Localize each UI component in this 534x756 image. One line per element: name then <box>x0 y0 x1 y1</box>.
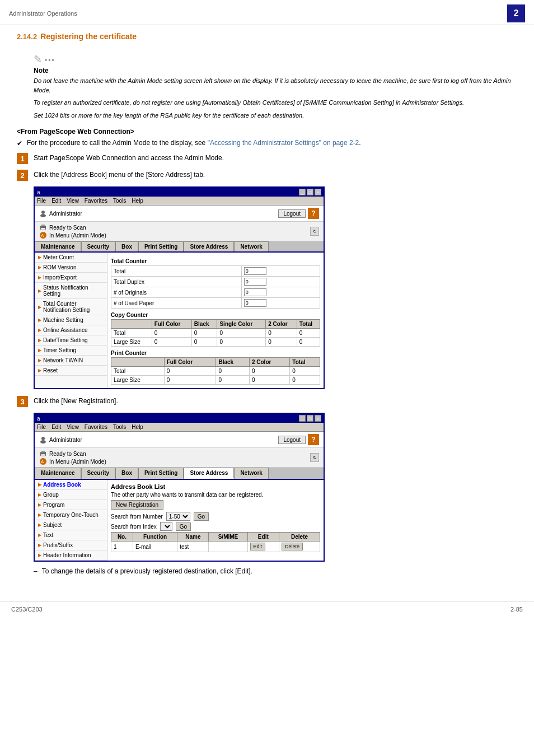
sidebar-item-timer[interactable]: ▶ Timer Setting <box>35 346 107 356</box>
sidebar-item-header-info[interactable]: ▶ Header Information <box>35 550 107 561</box>
menu-view-1[interactable]: View <box>67 198 79 204</box>
browser-menubar-1: File Edit View Favorites Tools Help <box>35 197 324 206</box>
table-cell: 0 <box>290 367 320 376</box>
table-cell <box>241 277 320 287</box>
admin-settings-link[interactable]: "Accessing the Administrator Settings" o… <box>208 139 359 147</box>
sidebar-item-machine-setting[interactable]: ▶ Machine Setting <box>35 315 107 325</box>
col-header-single-color: Single Color <box>217 320 266 329</box>
total-input[interactable] <box>244 267 266 275</box>
table-cell: 0 <box>164 376 216 385</box>
tab-security-1[interactable]: Security <box>81 241 115 251</box>
close-btn-2[interactable]: × <box>315 415 321 422</box>
table-cell: 0 <box>152 338 191 347</box>
search-range-select[interactable]: 1-50 <box>166 512 190 521</box>
used-paper-input[interactable] <box>244 299 266 307</box>
admin-label-1: Administrator <box>39 209 82 217</box>
close-btn-1[interactable]: × <box>315 189 321 195</box>
menu-help-1[interactable]: Help <box>132 198 143 204</box>
svg-point-8 <box>40 440 46 444</box>
nav-tabs-1: Maintenance Security Box Print Setting S… <box>35 241 324 253</box>
addr-delete-btn[interactable]: Delete <box>282 543 303 550</box>
menu-tools-1[interactable]: Tools <box>113 198 126 204</box>
step-3: 3 Click the [New Registration]. <box>17 396 517 407</box>
sidebar-item-import-export[interactable]: ▶ Import/Export <box>35 273 107 283</box>
sidebar-item-address-book[interactable]: ▶ Address Book <box>35 480 107 490</box>
svg-point-7 <box>41 437 45 440</box>
sidebar-item-temp-one-touch[interactable]: ▶ Temporary One-Touch <box>35 510 107 520</box>
search-index-go-btn[interactable]: Go <box>176 522 191 531</box>
tab-maintenance-1[interactable]: Maintenance <box>35 241 81 251</box>
sidebar-item-group[interactable]: ▶ Group <box>35 490 107 500</box>
search-number-go-btn[interactable]: Go <box>194 512 209 521</box>
refresh-icon-1[interactable]: ↻ <box>310 227 319 236</box>
menu-edit-1[interactable]: Edit <box>51 198 61 204</box>
originals-input[interactable] <box>244 288 266 296</box>
table-row: Total 0 0 0 0 <box>111 367 320 376</box>
sidebar-item-program[interactable]: ▶ Program <box>35 500 107 510</box>
sidebar-item-online-assistance[interactable]: ▶ Online Assistance <box>35 325 107 335</box>
table-row: Total <box>111 266 320 277</box>
logout-btn-2[interactable]: Logout <box>278 436 306 444</box>
sidebar-item-prefix-suffix[interactable]: ▶ Prefix/Suffix <box>35 540 107 550</box>
admin-mode-icon-1: A <box>39 231 47 239</box>
minimize-btn-1[interactable]: _ <box>299 189 306 195</box>
search-index-select[interactable] <box>160 522 172 531</box>
table-cell: Large Size <box>111 338 152 347</box>
maximize-btn-1[interactable]: □ <box>307 189 313 195</box>
tab-print-setting-1[interactable]: Print Setting <box>138 241 184 251</box>
maximize-btn-2[interactable]: □ <box>307 415 313 422</box>
tab-store-address-2[interactable]: Store Address <box>184 468 234 479</box>
refresh-icon-2[interactable]: ↻ <box>310 453 319 462</box>
new-registration-button[interactable]: New Registration <box>111 500 163 510</box>
menu-file-1[interactable]: File <box>37 198 46 204</box>
menu-view-2[interactable]: View <box>67 424 79 430</box>
note-title: Note <box>34 67 517 74</box>
svg-rect-4 <box>41 228 45 230</box>
menu-file-2[interactable]: File <box>37 424 46 430</box>
browser-titlebar-buttons-1: _ □ × <box>299 189 321 195</box>
menu-help-2[interactable]: Help <box>132 424 143 430</box>
tab-network-1[interactable]: Network <box>234 241 268 251</box>
menu-edit-2[interactable]: Edit <box>51 424 61 430</box>
tab-security-2[interactable]: Security <box>81 468 115 479</box>
sidebar-item-reset[interactable]: ▶ Reset <box>35 366 107 376</box>
menu-favorites-1[interactable]: Favorites <box>85 198 107 204</box>
address-book-subtitle: The other party who wants to transmit da… <box>111 492 320 498</box>
col-name: Name <box>177 533 209 542</box>
tab-box-1[interactable]: Box <box>115 241 138 251</box>
sidebar-item-rom-version[interactable]: ▶ ROM Version <box>35 263 107 273</box>
sidebar-item-meter-count[interactable]: ▶ Meter Count <box>35 253 107 263</box>
address-book-table: No. Function Name S/MIME Edit Delete 1 E… <box>111 532 320 552</box>
sidebar-item-network-twain[interactable]: ▶ Network TWAIN <box>35 356 107 366</box>
status-admin-1: A In Menu (Admin Mode) <box>39 231 106 239</box>
total-duplex-input[interactable] <box>244 278 266 286</box>
sidebar-item-total-counter[interactable]: ▶ Total Counter Notification Setting <box>35 299 107 315</box>
copy-counter-table: Full Color Black Single Color 2 Color To… <box>111 319 320 347</box>
minimize-btn-2[interactable]: _ <box>299 415 306 422</box>
col-edit: Edit <box>247 533 279 542</box>
sidebar-item-text[interactable]: ▶ Text <box>35 530 107 540</box>
menu-favorites-2[interactable]: Favorites <box>85 424 107 430</box>
table-cell: 0 <box>249 367 289 376</box>
tab-print-setting-2[interactable]: Print Setting <box>138 468 184 479</box>
help-icon-1: ? <box>308 208 319 219</box>
addr-edit-btn[interactable]: Edit <box>250 543 266 550</box>
sidebar-item-status-notification[interactable]: ▶ Status Notification Setting <box>35 283 107 299</box>
main-content: 2.14.2 Registering the certificate ✎ •••… <box>0 25 534 590</box>
print-counter-label: Print Counter <box>111 350 320 356</box>
checkmark-text: For the procedure to call the Admin Mode… <box>27 139 361 147</box>
tab-box-2[interactable]: Box <box>115 468 138 479</box>
menu-tools-2[interactable]: Tools <box>113 424 126 430</box>
sidebar-item-subject[interactable]: ▶ Subject <box>35 520 107 530</box>
table-cell: 0 <box>216 367 249 376</box>
tab-maintenance-2[interactable]: Maintenance <box>35 468 81 479</box>
tab-store-address-1[interactable]: Store Address <box>184 241 234 251</box>
table-cell: Large Size <box>111 376 165 385</box>
note-paragraph-2: To register an authorized certificate, d… <box>34 98 517 108</box>
search-index-label: Search from Index <box>111 524 157 530</box>
sidebar-item-date-time[interactable]: ▶ Date/Time Setting <box>35 335 107 346</box>
browser-titlebar-1: a _ □ × <box>35 188 324 197</box>
col-header-black: Black <box>216 358 249 367</box>
tab-network-2[interactable]: Network <box>234 468 268 479</box>
logout-btn-1[interactable]: Logout <box>278 209 306 218</box>
